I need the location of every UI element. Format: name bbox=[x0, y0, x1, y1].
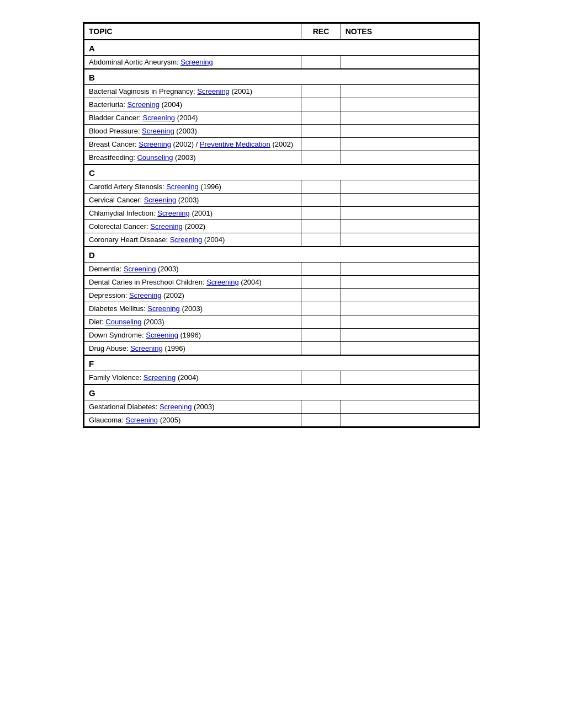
topic-text: Chlamydial Infection: bbox=[89, 209, 157, 217]
topic-text-after2: (2002) bbox=[270, 140, 293, 148]
table-row: Carotid Artery Stenosis: Screening (1996… bbox=[84, 180, 479, 194]
notes-cell bbox=[341, 207, 479, 220]
topic-text: Diet: bbox=[89, 318, 105, 326]
topic-link[interactable]: Screening bbox=[130, 344, 163, 352]
topic-link[interactable]: Screening bbox=[170, 235, 203, 244]
notes-cell bbox=[341, 371, 479, 385]
topic-link[interactable]: Screening bbox=[206, 278, 239, 286]
header-topic: TOPIC bbox=[84, 24, 301, 40]
table-row: Colorectal Cancer: Screening (2002) bbox=[84, 220, 479, 233]
topic-cell: Bladder Cancer: Screening (2004) bbox=[84, 111, 301, 125]
topic-cell: Colorectal Cancer: Screening (2002) bbox=[84, 220, 301, 233]
table-row: Dementia: Screening (2003) bbox=[84, 263, 479, 276]
table-row: Cervical Cancer: Screening (2003) bbox=[84, 194, 479, 207]
table-row: Breast Cancer: Screening (2002) / Preven… bbox=[84, 138, 479, 151]
topic-text-after: (2003) bbox=[192, 403, 214, 411]
notes-cell bbox=[341, 289, 479, 302]
topic-link[interactable]: Screening bbox=[139, 140, 171, 148]
table-row: Glaucoma: Screening (2005) bbox=[84, 414, 479, 427]
table-row: Chlamydial Infection: Screening (2001) bbox=[84, 207, 479, 220]
topic-link[interactable]: Screening bbox=[143, 114, 176, 122]
topic-text: Down Syndrome: bbox=[89, 331, 146, 339]
rec-cell bbox=[301, 414, 341, 427]
notes-cell bbox=[341, 138, 479, 151]
topic-text-after: (2005) bbox=[158, 416, 180, 424]
rec-cell bbox=[301, 315, 341, 329]
topic-cell: Down Syndrome: Screening (1996) bbox=[84, 329, 301, 342]
table-row: Diabetes Mellitus: Screening (2003) bbox=[84, 302, 479, 315]
notes-cell bbox=[341, 414, 479, 427]
rec-cell bbox=[301, 289, 341, 302]
topic-link[interactable]: Screening bbox=[144, 373, 176, 382]
rec-cell bbox=[301, 233, 341, 247]
notes-cell bbox=[341, 342, 479, 356]
topic-text: Depression: bbox=[89, 291, 129, 299]
topic-cell: Coronary Heart Disease: Screening (2004) bbox=[84, 233, 301, 247]
topic-text-after: (2004) bbox=[175, 114, 198, 122]
main-table: TOPIC REC NOTES AAbdominal Aortic Aneury… bbox=[83, 22, 480, 428]
topic-cell: Glaucoma: Screening (2005) bbox=[84, 414, 301, 427]
rec-cell bbox=[301, 400, 341, 414]
topic-cell: Family Violence: Screening (2004) bbox=[84, 371, 301, 385]
topic-cell: Diet: Counseling (2003) bbox=[84, 315, 301, 329]
topic-cell: Depression: Screening (2002) bbox=[84, 289, 301, 302]
topic-link-2[interactable]: Preventive Medication bbox=[200, 140, 270, 148]
topic-cell: Breast Cancer: Screening (2002) / Preven… bbox=[84, 138, 301, 151]
topic-link[interactable]: Screening bbox=[160, 403, 192, 411]
topic-link[interactable]: Screening bbox=[147, 304, 180, 313]
table-row: Breastfeeding: Counseling (2003) bbox=[84, 151, 479, 165]
topic-link[interactable]: Screening bbox=[157, 209, 190, 217]
topic-link[interactable]: Screening bbox=[129, 291, 162, 299]
rec-cell bbox=[301, 263, 341, 276]
notes-cell bbox=[341, 233, 479, 247]
topic-text-after: (2004) bbox=[202, 235, 225, 244]
rec-cell bbox=[301, 56, 341, 69]
topic-link[interactable]: Screening bbox=[166, 183, 199, 191]
rec-cell bbox=[301, 85, 341, 98]
topic-link[interactable]: Counseling bbox=[105, 318, 141, 326]
notes-cell bbox=[341, 151, 479, 165]
topic-text-after: (2001) bbox=[230, 87, 252, 95]
notes-cell bbox=[341, 329, 479, 342]
topic-link[interactable]: Screening bbox=[125, 416, 158, 424]
topic-text: Dental Caries in Preschool Children: bbox=[89, 278, 206, 286]
topic-cell: Carotid Artery Stenosis: Screening (1996… bbox=[84, 180, 301, 194]
topic-text: Bladder Cancer: bbox=[89, 114, 143, 122]
notes-cell bbox=[341, 276, 479, 289]
topic-cell: Diabetes Mellitus: Screening (2003) bbox=[84, 302, 301, 315]
topic-link[interactable]: Screening bbox=[180, 58, 213, 66]
rec-cell bbox=[301, 302, 341, 315]
topic-text: Carotid Artery Stenosis: bbox=[89, 183, 166, 191]
topic-link[interactable]: Screening bbox=[144, 196, 177, 204]
topic-link[interactable]: Screening bbox=[197, 87, 230, 95]
notes-cell bbox=[341, 400, 479, 414]
header-notes: NOTES bbox=[341, 24, 479, 40]
topic-text: Breastfeeding: bbox=[89, 153, 137, 162]
topic-cell: Dementia: Screening (2003) bbox=[84, 263, 301, 276]
topic-text-after: (2003) bbox=[180, 304, 203, 313]
table-row: Dental Caries in Preschool Children: Scr… bbox=[84, 276, 479, 289]
table-row: Abdominal Aortic Aneurysm: Screening bbox=[84, 56, 479, 69]
table-row: Blood Pressure: Screening (2003) bbox=[84, 125, 479, 138]
table-row: Depression: Screening (2002) bbox=[84, 289, 479, 302]
topic-text: Family Violence: bbox=[89, 373, 144, 382]
topic-cell: Abdominal Aortic Aneurysm: Screening bbox=[84, 56, 301, 69]
topic-link[interactable]: Screening bbox=[150, 222, 183, 231]
topic-text-after: (2002) bbox=[162, 291, 184, 299]
topic-text-after: (2003) bbox=[156, 265, 178, 273]
table-row: Down Syndrome: Screening (1996) bbox=[84, 329, 479, 342]
topic-text: Colorectal Cancer: bbox=[89, 222, 150, 231]
rec-cell bbox=[301, 125, 341, 138]
topic-text: Abdominal Aortic Aneurysm: bbox=[89, 58, 180, 66]
topic-link[interactable]: Screening bbox=[142, 127, 174, 135]
notes-cell bbox=[341, 180, 479, 194]
topic-cell: Breastfeeding: Counseling (2003) bbox=[84, 151, 301, 165]
topic-link[interactable]: Screening bbox=[127, 100, 160, 109]
topic-cell: Drug Abuse: Screening (1996) bbox=[84, 342, 301, 356]
topic-link[interactable]: Screening bbox=[124, 265, 156, 273]
notes-cell bbox=[341, 56, 479, 69]
topic-link[interactable]: Counseling bbox=[137, 153, 173, 162]
table-row: Gestational Diabetes: Screening (2003) bbox=[84, 400, 479, 414]
topic-link[interactable]: Screening bbox=[146, 331, 178, 339]
section-letter-c: C bbox=[84, 164, 479, 180]
